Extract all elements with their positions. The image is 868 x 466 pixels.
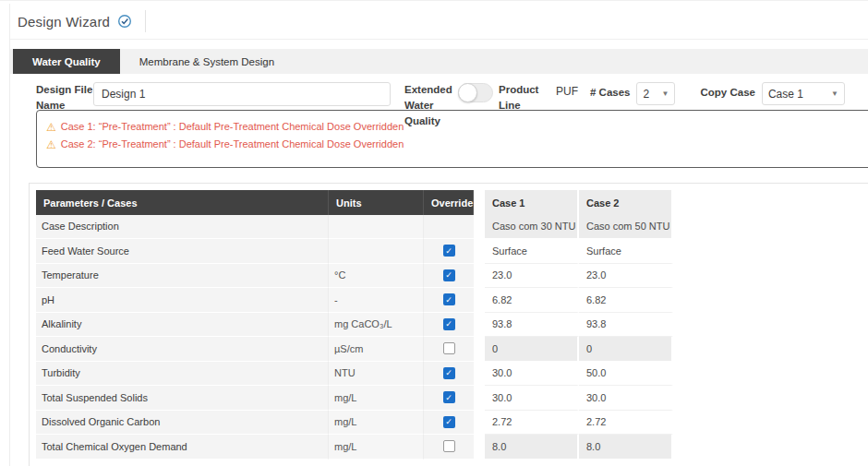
- product-line-label: Product Line: [499, 82, 545, 114]
- design-file-name-label: Design File Name: [36, 82, 93, 114]
- units-cell: [329, 215, 424, 240]
- units-cell: mg/L: [329, 386, 424, 411]
- override-checkbox[interactable]: ✓: [443, 367, 455, 379]
- case-2-value-cell[interactable]: Surface: [579, 239, 673, 264]
- case-2-value-cell: 0: [579, 337, 673, 362]
- case-1-value-cell[interactable]: 30.0: [485, 386, 579, 411]
- page-title: Design Wizard: [18, 14, 110, 30]
- override-checkbox[interactable]: ✓: [443, 269, 455, 281]
- extended-water-quality-toggle[interactable]: [458, 83, 493, 102]
- col-header-parameters: Parameters / Cases: [36, 190, 329, 215]
- param-cell: Alkalinity: [36, 313, 329, 338]
- case-2-value-cell: 8.0: [579, 435, 673, 460]
- col-header-case-2: Case 2: [579, 190, 673, 215]
- units-cell: mg CaCO₃/L: [329, 313, 424, 338]
- override-cell: ✓: [424, 264, 474, 289]
- column-gap: [474, 264, 485, 289]
- chevron-down-icon: ▼: [662, 90, 669, 98]
- column-gap: [474, 190, 485, 215]
- case-2-value-cell[interactable]: 2.72: [579, 411, 673, 436]
- case-1-value-cell[interactable]: 6.82: [485, 288, 579, 313]
- warning-triangle-icon: ⚠: [46, 122, 56, 133]
- override-cell: ✓: [424, 239, 474, 264]
- param-cell: Case Description: [36, 215, 329, 240]
- copy-case-label: Copy Case: [700, 85, 754, 101]
- override-cell: ✓: [424, 411, 474, 436]
- case-2-value-cell[interactable]: 6.82: [579, 288, 673, 313]
- column-gap: [474, 288, 485, 313]
- parameters-table-card: Parameters / CasesUnitsOverrideCase 1Cas…: [29, 183, 868, 466]
- case-1-value-cell: 8.0: [485, 435, 579, 460]
- design-file-name-input[interactable]: [93, 82, 391, 106]
- override-cell: ✓: [424, 288, 474, 313]
- tab-strip: Water Quality Membrane & System Design: [10, 49, 868, 74]
- toolbar: Design File Name Extended Water Quality …: [10, 74, 868, 110]
- case-2-value-cell[interactable]: 50.0: [579, 362, 673, 387]
- units-cell: °C: [329, 264, 424, 289]
- param-cell: pH: [36, 288, 329, 313]
- override-checkbox[interactable]: ✓: [443, 245, 455, 257]
- column-gap: [474, 362, 485, 387]
- case-2-value-cell[interactable]: 23.0: [579, 264, 673, 289]
- param-cell: Total Chemical Oxygen Demand: [36, 435, 329, 460]
- override-cell: ✓: [424, 313, 474, 338]
- col-header-case-1: Case 1: [485, 190, 579, 215]
- units-cell: mg/L: [329, 411, 424, 436]
- override-checkbox[interactable]: [443, 342, 455, 354]
- product-line-value: PUF: [556, 85, 578, 98]
- tab-water-quality[interactable]: Water Quality: [13, 49, 120, 74]
- override-cell: ✓: [424, 386, 474, 411]
- main-panel: Design Wizard Water Quality Membrane & S…: [9, 4, 868, 466]
- parameters-table: Parameters / CasesUnitsOverrideCase 1Cas…: [36, 190, 862, 460]
- copy-case-value: Case 1: [768, 88, 803, 101]
- warning-text: Case 1: “Pre-Treatment” : Default Pre-Tr…: [61, 118, 404, 136]
- param-cell: Turbidity: [36, 362, 329, 387]
- case-2-value-cell: Caso com 50 NTU: [579, 215, 673, 240]
- override-checkbox[interactable]: ✓: [443, 416, 455, 428]
- case-1-value-cell[interactable]: 2.72: [485, 411, 579, 436]
- toggle-knob: [458, 83, 477, 102]
- case-1-value-cell: 0: [485, 337, 579, 362]
- warning-list: ⚠Case 1: “Pre-Treatment” : Default Pre-T…: [46, 118, 863, 153]
- column-gap: [474, 386, 485, 411]
- units-cell: NTU: [329, 362, 424, 387]
- num-cases-select[interactable]: 2 ▼: [636, 82, 675, 105]
- param-cell: Conductivity: [36, 337, 329, 362]
- col-header-units: Units: [329, 190, 424, 215]
- units-cell: -: [329, 288, 424, 313]
- tab-membrane-system-design[interactable]: Membrane & System Design: [120, 49, 294, 74]
- column-gap: [474, 215, 485, 240]
- title-divider: [145, 10, 146, 32]
- col-header-override: Override: [424, 190, 474, 215]
- chevron-down-icon: ▼: [831, 90, 838, 98]
- column-gap: [474, 313, 485, 338]
- extended-water-quality-label: Extended Water Quality: [404, 82, 454, 129]
- override-checkbox[interactable]: ✓: [443, 391, 455, 403]
- case-1-value-cell: Caso com 30 NTU: [485, 215, 579, 240]
- column-gap: [474, 411, 485, 436]
- warning-item: ⚠Case 2: “Pre-Treatment” : Default Pre-T…: [46, 136, 863, 153]
- param-cell: Total Suspended Solids: [36, 386, 329, 411]
- units-cell: mg/L: [329, 435, 424, 460]
- warning-item: ⚠Case 1: “Pre-Treatment” : Default Pre-T…: [46, 118, 863, 136]
- case-2-value-cell[interactable]: 93.8: [579, 313, 673, 338]
- case-1-value-cell[interactable]: 93.8: [485, 313, 579, 338]
- case-1-value-cell[interactable]: Surface: [485, 239, 579, 264]
- copy-case-select[interactable]: Case 1 ▼: [762, 82, 845, 105]
- override-checkbox[interactable]: [443, 440, 455, 452]
- units-cell: µS/cm: [329, 337, 424, 362]
- column-gap: [474, 337, 485, 362]
- param-cell: Feed Water Source: [36, 239, 329, 264]
- case-1-value-cell[interactable]: 30.0: [485, 362, 579, 387]
- case-2-value-cell[interactable]: 30.0: [579, 386, 673, 411]
- param-cell: Temperature: [36, 264, 329, 289]
- override-checkbox[interactable]: ✓: [443, 318, 455, 330]
- num-cases-value: 2: [643, 88, 649, 101]
- override-cell: [424, 215, 474, 240]
- override-cell: [424, 337, 474, 362]
- title-bar: Design Wizard: [10, 4, 868, 40]
- param-cell: Dissolved Organic Carbon: [36, 411, 329, 436]
- case-1-value-cell[interactable]: 23.0: [485, 264, 579, 289]
- check-circle-icon: [117, 14, 132, 29]
- override-checkbox[interactable]: ✓: [443, 293, 455, 305]
